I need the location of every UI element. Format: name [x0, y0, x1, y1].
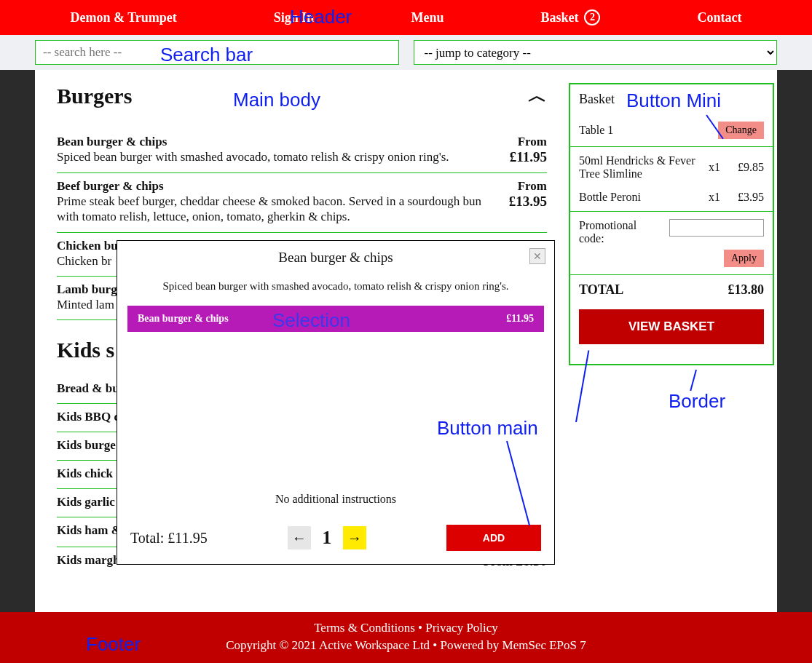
- menu-item-desc: Spiced bean burger with smashed avocado,…: [57, 149, 488, 164]
- no-additional-label: No additional instructions: [117, 493, 554, 506]
- brand-link[interactable]: Demon & Trumpet: [71, 10, 177, 25]
- close-icon[interactable]: ✕: [529, 248, 545, 264]
- selection-row[interactable]: Bean burger & chips £11.95: [127, 306, 544, 332]
- qty-value: 1: [318, 527, 336, 549]
- category-header-burgers: Burgers ︿: [57, 83, 547, 108]
- signin-link[interactable]: Sign In: [274, 10, 315, 25]
- menu-item[interactable]: Bean burger & chips Spiced bean burger w…: [57, 129, 547, 173]
- copyright-text: Copyright © 2021 Active Workspace Ltd • …: [0, 637, 812, 654]
- quantity-stepper: ← 1 →: [288, 526, 366, 549]
- basket-item[interactable]: 50ml Hendricks & Fever Tree Slimline x1 …: [579, 154, 764, 180]
- footer-bar: Terms & Conditions • Privacy Policy Copy…: [0, 612, 812, 663]
- basket-link[interactable]: Basket 2: [540, 9, 600, 25]
- menu-item[interactable]: Beef burger & chips Prime steak beef bur…: [57, 173, 547, 233]
- contact-link[interactable]: Contact: [697, 10, 741, 25]
- basket-table-label: Table 1: [579, 124, 613, 137]
- qty-decrease-button[interactable]: ←: [288, 526, 311, 549]
- modal-total: Total: £11.95: [130, 530, 208, 547]
- item-modal: Bean burger & chips ✕ Spiced bean burger…: [117, 240, 555, 565]
- basket-panel: Basket Table 1 Change 50ml Hendricks & F…: [569, 83, 774, 365]
- search-input[interactable]: [35, 40, 399, 65]
- terms-link[interactable]: Terms & Conditions: [314, 621, 415, 635]
- modal-desc: Spiced bean burger with smashed avocado,…: [117, 271, 554, 306]
- promo-label: Promotional code:: [579, 219, 659, 245]
- apply-button[interactable]: Apply: [724, 250, 764, 267]
- basket-item[interactable]: Bottle Peroni x1 £3.95: [579, 191, 764, 204]
- chevron-up-icon[interactable]: ︿: [528, 83, 547, 108]
- basket-total: TOTAL £13.80: [570, 275, 773, 305]
- search-row: -- jump to category --: [0, 35, 812, 70]
- add-button[interactable]: ADD: [446, 525, 541, 551]
- change-button[interactable]: Change: [718, 122, 764, 139]
- basket-count-badge: 2: [584, 9, 600, 25]
- promo-input[interactable]: [669, 219, 764, 237]
- menu-link[interactable]: Menu: [411, 10, 444, 25]
- view-basket-button[interactable]: VIEW BASKET: [579, 309, 764, 344]
- header-bar: Demon & Trumpet Sign In Menu Basket 2 Co…: [0, 0, 812, 35]
- privacy-link[interactable]: Privacy Policy: [425, 621, 498, 635]
- modal-title: Bean burger & chips: [278, 250, 393, 266]
- qty-increase-button[interactable]: →: [343, 526, 366, 549]
- basket-title: Basket: [579, 92, 615, 107]
- category-title: Burgers: [57, 84, 132, 108]
- category-select[interactable]: -- jump to category --: [414, 40, 778, 65]
- menu-item-title: Bean burger & chips: [57, 135, 488, 149]
